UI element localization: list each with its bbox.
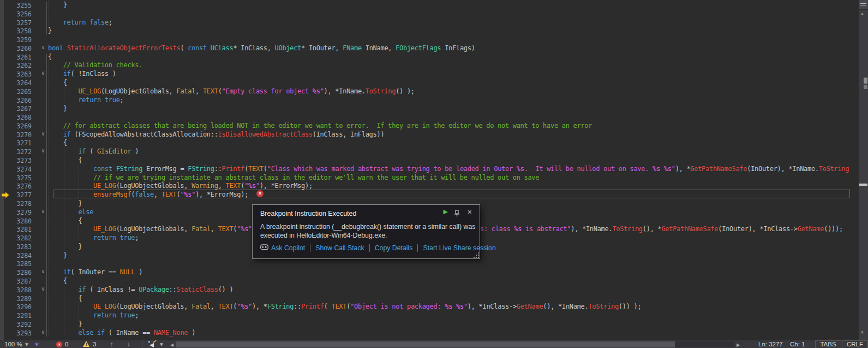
line-number[interactable]: 3269 [7,122,32,130]
line-number[interactable]: 3261 [7,54,32,61]
line-number[interactable]: 3279 [7,209,32,216]
code-line[interactable]: 3293∨else if ( InName == NAME_None ) [0,328,854,337]
line-number[interactable]: 3278 [7,200,32,208]
split-editor-handle[interactable] [859,0,868,10]
fold-collapse-icon[interactable]: ∨ [41,148,49,154]
code-line[interactable]: 3291return true; [0,311,854,320]
scroll-down-icon[interactable]: ▼ [861,330,864,335]
code-editor[interactable]: 3255}32563257return false;3258}32593260∨… [0,0,859,340]
popup-action-show-call-stack[interactable]: Show Call Stack [315,244,364,252]
scroll-up-icon[interactable]: ▲ [861,11,864,16]
fold-collapse-icon[interactable]: ∨ [41,268,49,274]
fold-collapse-icon[interactable]: ∨ [41,329,49,335]
next-issue-icon[interactable]: ↓ [127,340,130,348]
pin-icon[interactable] [454,209,460,219]
line-number[interactable]: 3287 [7,278,32,285]
fold-collapse-icon[interactable]: ∨ [41,286,49,292]
error-badge-icon[interactable]: × [256,190,264,197]
line-number[interactable]: 3263 [7,70,32,78]
popup-action-start-live-share[interactable]: Start Live Share session [423,244,495,252]
code-line[interactable]: 3274const FString ErrorMsg = FString::Pr… [0,164,854,173]
code-line[interactable]: 3255} [0,1,854,9]
popup-action-copy-details[interactable]: Copy Details [375,244,413,252]
code-line[interactable]: 3269// for abstract classes that are bei… [0,121,854,130]
line-number[interactable]: 3281 [7,226,32,233]
code-line[interactable]: 3292} [0,320,854,328]
line-number[interactable]: 3290 [7,303,32,311]
code-line[interactable]: 3272∨if ( GIsEditor ) [0,147,854,156]
chevron-down-icon[interactable]: ▾ [160,340,163,348]
line-number[interactable]: 3282 [7,234,32,242]
line-number[interactable]: 3284 [7,252,32,259]
line-number[interactable]: 3271 [7,139,32,147]
chevron-down-icon[interactable]: ▾ [25,340,28,348]
code-line[interactable]: 3257return false; [0,18,854,27]
code-line[interactable]: 3266return true; [0,96,854,104]
code-line[interactable]: 3285 [0,259,854,268]
code-line[interactable]: 3263∨if( !InClass ) [0,69,854,78]
line-number[interactable]: 3273 [7,157,32,164]
line-number[interactable]: 3264 [7,79,32,87]
line-number[interactable]: 3268 [7,114,32,121]
close-icon[interactable]: × [468,208,472,216]
code-line[interactable]: 3271{ [0,138,854,147]
horizontal-scrollbar[interactable] [176,341,734,347]
code-line[interactable]: 3289{ [0,294,854,303]
prev-issue-icon[interactable]: ↑ [110,340,113,348]
column-indicator[interactable]: Ch: 1 [790,340,805,348]
indent-mode-indicator[interactable]: TABS [815,340,841,348]
line-number[interactable]: 3255 [7,2,32,9]
resize-grip[interactable] [473,252,479,258]
code-line[interactable]: 3261{ [0,52,854,61]
code-line[interactable]: 3262// Validation checks. [0,61,854,69]
fold-collapse-icon[interactable]: ∨ [41,131,49,137]
fold-collapse-icon[interactable]: ∨ [41,70,49,76]
line-number[interactable]: 3262 [7,62,32,69]
code-line[interactable]: 3267} [0,104,854,113]
line-number[interactable]: 3277 [7,191,32,199]
code-cleanup-icon[interactable] [148,341,157,348]
code-line[interactable]: 3268 [0,113,854,121]
code-line[interactable]: 3270∨if (FScopedAllowAbstractClassAlloca… [0,130,854,139]
line-number[interactable]: 3293 [7,329,32,337]
line-number[interactable]: 3285 [7,260,32,268]
code-line[interactable]: 3256 [0,9,854,18]
code-line[interactable]: 3260∨bool StaticAllocateObjectErrorTests… [0,44,854,52]
code-line[interactable]: 3290UE_LOG(LogUObjectGlobals, Fatal, TEX… [0,302,854,311]
zoom-control[interactable]: 100 % [4,340,22,348]
code-line[interactable]: 3288∨if ( InClass != UPackage::StaticCla… [0,285,854,294]
code-line[interactable]: 3258} [0,26,854,35]
line-number[interactable]: 3291 [7,312,32,320]
line-number[interactable]: 3286 [7,269,32,276]
line-number[interactable]: 3283 [7,243,32,251]
line-number[interactable]: 3276 [7,182,32,190]
warning-count[interactable]: 3 [93,340,96,348]
line-number[interactable]: 3270 [7,131,32,139]
scroll-left-icon[interactable]: ◀ [170,341,173,348]
line-number[interactable]: 3288 [7,286,32,294]
error-count-icon[interactable]: × [56,341,62,347]
line-number[interactable]: 3258 [7,27,32,35]
line-indicator[interactable]: Ln: 3277 [758,340,783,348]
eol-indicator[interactable]: CRLF [842,340,868,348]
line-number[interactable]: 3280 [7,217,32,225]
line-number[interactable]: 3260 [7,45,32,52]
code-line[interactable]: 3276UE_LOG(LogUObjectGlobals, Warning, T… [0,181,854,190]
code-line[interactable]: 3273{ [0,156,854,164]
line-number[interactable]: 3259 [7,36,32,44]
line-number[interactable]: 3266 [7,97,32,104]
health-indicator-icon[interactable]: ∗ [34,340,39,348]
popup-action-ask-copilot[interactable]: Ask Copilot [271,244,305,252]
error-count[interactable]: 0 [65,340,68,348]
horizontal-scrollbar-thumb[interactable] [176,341,675,347]
scroll-right-icon[interactable]: ▶ [737,341,740,348]
code-line[interactable]: 3265UE_LOG(LogUObjectGlobals, Fatal, TEX… [0,87,854,96]
vertical-scrollbar[interactable]: ▲ ▼ [859,0,868,340]
fold-collapse-icon[interactable]: ∨ [41,208,49,214]
code-line[interactable]: 3275// if we are trying instantiate an a… [0,173,854,182]
line-number[interactable]: 3256 [7,10,32,18]
code-line[interactable]: 3264{ [0,78,854,87]
line-number[interactable]: 3275 [7,174,32,182]
line-number[interactable]: 3272 [7,148,32,156]
line-number[interactable]: 3257 [7,19,32,27]
